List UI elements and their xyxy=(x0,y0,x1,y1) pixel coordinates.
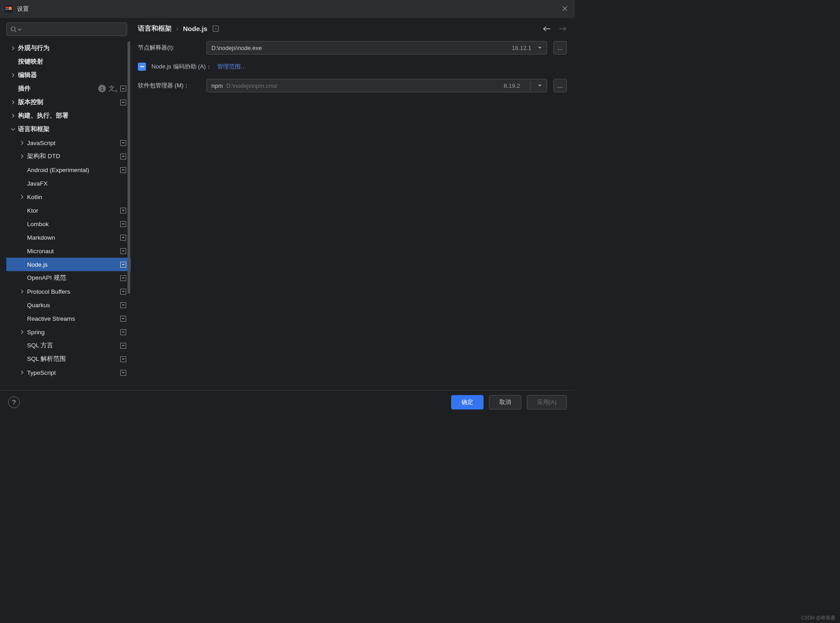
tree-item-label: Reactive Streams xyxy=(27,315,120,322)
language-icon: 文A xyxy=(109,85,118,93)
tree-item-label: Kotlin xyxy=(27,194,126,200)
tree-item--[interactable]: 版本控制 xyxy=(6,95,131,109)
chevron-right-icon xyxy=(10,72,16,78)
tree-item-reactive-streams[interactable]: Reactive Streams xyxy=(6,312,131,325)
cancel-button[interactable]: 取消 xyxy=(489,395,521,409)
update-badge: 1 xyxy=(98,85,106,92)
project-scope-icon xyxy=(120,343,126,349)
tree-item-javafx[interactable]: JavaFX xyxy=(6,177,131,190)
tree-item-label: 插件 xyxy=(18,85,98,93)
project-scope-icon xyxy=(120,356,126,362)
tree-item-label: Markdown xyxy=(27,234,120,241)
pkg-manager-label: 软件包管理器 (M)： xyxy=(138,82,200,90)
chevron-right-icon xyxy=(19,153,25,159)
tree-item-markdown[interactable]: Markdown xyxy=(6,231,131,244)
tree-item-micronaut[interactable]: Micronaut xyxy=(6,244,131,258)
tree-item-label: OpenAPI 规范 xyxy=(27,274,120,282)
pkg-manager-kind: npm xyxy=(211,82,223,89)
tree-item-kotlin[interactable]: Kotlin xyxy=(6,190,131,204)
chevron-right-icon xyxy=(10,99,16,105)
nav-back-icon[interactable] xyxy=(543,26,551,32)
tree-item-quarkus[interactable]: Quarkus xyxy=(6,298,131,312)
tree-item--[interactable]: 语言和框架 xyxy=(6,123,131,136)
tree-item-label: 编辑器 xyxy=(18,71,126,79)
project-scope-icon xyxy=(120,302,126,308)
pkg-manager-path: D:\nodejs\npm.cmd xyxy=(226,82,277,89)
project-scope-icon xyxy=(120,208,126,214)
search-icon xyxy=(10,26,17,32)
project-scope-icon xyxy=(120,289,126,295)
tree-item--[interactable]: 外观与行为 xyxy=(6,41,131,55)
coding-assist-checkbox[interactable] xyxy=(138,63,146,71)
pkg-manager-combo[interactable]: npm D:\nodejs\npm.cmd 8.19.2 xyxy=(206,79,547,92)
interpreter-row: 节点解释器(I): D:\nodejs\node.exe 18.12.1 … xyxy=(138,41,567,55)
project-scope-icon xyxy=(120,167,126,173)
tree-item-label: SQL 方言 xyxy=(27,341,120,350)
titlebar: 设置 xyxy=(0,0,575,18)
tree-item-typescript[interactable]: TypeScript xyxy=(6,366,131,379)
tree-item-javascript[interactable]: JavaScript xyxy=(6,136,131,150)
tree-item--[interactable]: 按键映射 xyxy=(6,55,131,68)
interpreter-label: 节点解释器(I): xyxy=(138,44,200,52)
tree-item-label: 版本控制 xyxy=(18,98,120,106)
tree-item-sql-[interactable]: SQL 方言 xyxy=(6,339,131,352)
chevron-down-icon xyxy=(538,83,542,88)
tree-item-node-js[interactable]: Node.js xyxy=(6,258,131,271)
tree-item-label: JavaScript xyxy=(27,140,120,146)
tree-item-protocol-buffers[interactable]: Protocol Buffers xyxy=(6,285,131,298)
project-scope-icon xyxy=(120,86,126,91)
chevron-right-icon xyxy=(10,113,16,119)
window-title: 设置 xyxy=(17,5,29,13)
tree-item-label: Quarkus xyxy=(27,302,120,309)
breadcrumb: 语言和框架 › Node.js xyxy=(138,24,543,33)
project-scope-icon xyxy=(213,26,219,32)
tree-item-openapi-[interactable]: OpenAPI 规范 xyxy=(6,271,131,285)
tree-item-label: Lombok xyxy=(27,221,120,227)
close-icon[interactable] xyxy=(561,5,569,13)
tree-item-label: 架构和 DTD xyxy=(27,152,120,160)
project-scope-icon xyxy=(120,100,126,105)
chevron-right-icon xyxy=(19,329,25,335)
interpreter-value: D:\nodejs\node.exe xyxy=(211,45,508,51)
tree-item-sql-[interactable]: SQL 解析范围 xyxy=(6,352,131,366)
manage-scope-link[interactable]: 管理范围… xyxy=(217,63,247,71)
tree-item--[interactable]: 编辑器 xyxy=(6,68,131,82)
chevron-right-icon xyxy=(19,140,25,146)
svg-point-1 xyxy=(11,27,15,31)
help-button[interactable]: ? xyxy=(8,396,20,408)
tree-item--[interactable]: 插件1文A xyxy=(6,82,131,95)
breadcrumb-parent[interactable]: 语言和框架 xyxy=(138,24,172,33)
ok-button[interactable]: 确定 xyxy=(451,395,484,409)
tree-item-label: Micronaut xyxy=(27,248,120,255)
tree-item--[interactable]: 构建、执行、部署 xyxy=(6,109,131,123)
tree-item-ktor[interactable]: Ktor xyxy=(6,204,131,217)
tree-scrollbar[interactable] xyxy=(127,41,131,307)
tree-item-android-experimental-[interactable]: Android (Experimental) xyxy=(6,163,131,177)
tree-item-label: 按键映射 xyxy=(18,58,126,66)
breadcrumb-current: Node.js xyxy=(183,25,207,32)
chevron-right-icon xyxy=(19,369,25,376)
app-icon xyxy=(5,5,13,13)
tree-item-label: Ktor xyxy=(27,207,120,214)
tree-item--dtd[interactable]: 架构和 DTD xyxy=(6,150,131,163)
project-scope-icon xyxy=(120,154,126,159)
tree-item-lombok[interactable]: Lombok xyxy=(6,217,131,231)
chevron-down-icon xyxy=(538,45,542,50)
tree-item-spring[interactable]: Spring xyxy=(6,325,131,339)
tree-item-label: SQL 解析范围 xyxy=(27,355,120,363)
tree-scroll-thumb[interactable] xyxy=(128,41,130,294)
chevron-down-icon xyxy=(18,27,22,32)
tree-item-label: JavaFX xyxy=(27,180,126,187)
interpreter-browse-button[interactable]: … xyxy=(553,41,567,55)
tree-item-label: 语言和框架 xyxy=(18,125,126,133)
pkg-manager-version: 8.19.2 xyxy=(504,82,520,89)
svg-line-2 xyxy=(15,31,17,32)
package-manager-row: 软件包管理器 (M)： npm D:\nodejs\npm.cmd 8.19.2… xyxy=(138,79,567,92)
tree-item-label: 外观与行为 xyxy=(18,44,126,52)
project-scope-icon xyxy=(120,248,126,254)
project-scope-icon xyxy=(120,221,126,227)
coding-assist-row: Node.js 编码协助 (A)： 管理范围… xyxy=(138,63,567,71)
search-input[interactable] xyxy=(6,23,127,36)
pkg-manager-browse-button[interactable]: … xyxy=(553,79,567,92)
interpreter-combo[interactable]: D:\nodejs\node.exe 18.12.1 xyxy=(206,41,547,55)
